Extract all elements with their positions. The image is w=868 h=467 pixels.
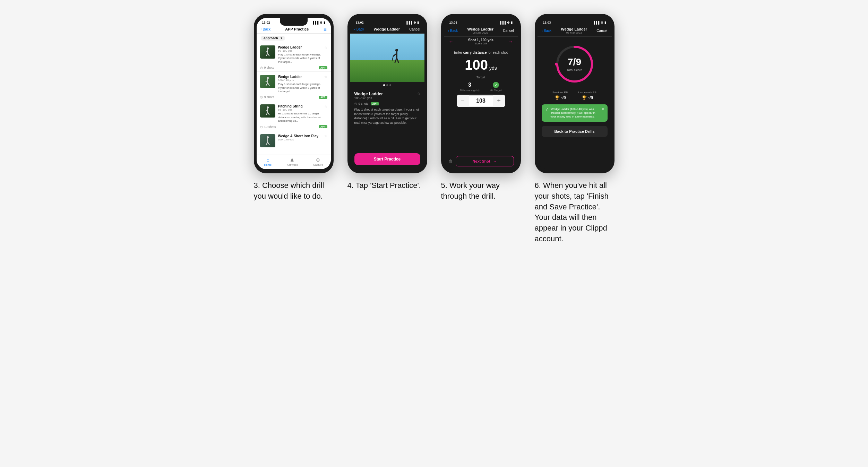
back-to-drills-button[interactable]: Back to Practice Drills — [542, 126, 608, 137]
target-sub: Target — [476, 76, 485, 79]
target-unit: yds — [489, 65, 497, 71]
dot-3 — [389, 84, 391, 86]
previous-pb: Previous PB 🏆 -/9 — [552, 91, 568, 100]
star-icon-3[interactable]: ☆ — [324, 104, 327, 108]
nav-action-2[interactable]: Cancel — [409, 27, 420, 31]
drill-list-1: Wedge Ladder 50–100 yds Play 1 shot at e… — [257, 43, 331, 155]
app-badge-5: APP — [371, 102, 379, 105]
back-button-2[interactable]: ‹ Back — [354, 27, 364, 31]
increment-button[interactable]: + — [493, 95, 505, 107]
caption-3: 5. Work your way through the drill. — [441, 180, 517, 202]
star-icon-4[interactable]: ☆ — [324, 134, 327, 138]
phone-frame-2: 13:02 ▐▐▐ ⊕ ▮ ‹ Back Wedge Ladder Cancel — [347, 14, 427, 173]
back-button-3[interactable]: ‹ Back — [448, 29, 458, 33]
difference-label: Difference (yds) — [460, 89, 479, 92]
nav-subtitle-3: 06 Mar 2023 — [467, 31, 493, 34]
clock-icon-3: ◷ — [260, 125, 263, 129]
drill-card-desc: Play 1 shot at each target yardage. If y… — [354, 107, 420, 125]
dot-2 — [386, 84, 388, 86]
drill-info-3: Pitching String 55–100 yds Hit 1 shot at… — [278, 104, 321, 123]
image-dots — [350, 82, 424, 88]
svg-line-8 — [268, 83, 269, 86]
capture-label: Capture — [313, 163, 323, 166]
svg-point-0 — [267, 47, 269, 50]
nav-title-3: Wedge Ladder — [467, 27, 493, 31]
battery-icon: ▮ — [324, 21, 325, 24]
caption-4: 6. When you've hit all your shots, tap '… — [535, 180, 615, 244]
nav-action-4[interactable]: Cancel — [596, 29, 607, 33]
nav-home[interactable]: ⌂ Home — [264, 157, 272, 166]
home-icon: ⌂ — [266, 157, 269, 163]
nav-action-1[interactable]: ☰ — [324, 27, 327, 31]
pb-row: Previous PB 🏆 -/9 Last month PB 🏆 -/9 — [552, 91, 596, 100]
home-label: Home — [264, 163, 272, 166]
decrement-button[interactable]: − — [457, 95, 469, 107]
time-1: 13:02 — [262, 21, 270, 24]
shot-bottom: 🗑 Next Shot → — [444, 153, 518, 169]
drill-item-1[interactable]: Wedge Ladder 50–100 yds Play 1 shot at e… — [257, 43, 331, 72]
battery-icon-3: ▮ — [511, 21, 513, 24]
nav-title-group-4: Wedge Ladder 06 Mar 2023 — [561, 27, 587, 34]
star-icon-2[interactable]: ☆ — [324, 75, 327, 79]
carry-section: Enter carry distance for each shot 100 y… — [444, 46, 518, 153]
back-button-4[interactable]: ‹ Back — [542, 29, 552, 33]
ground-bg — [350, 60, 424, 82]
wifi-icon-2: ⊕ — [413, 21, 416, 24]
back-button-1[interactable]: ‹ Back — [261, 27, 271, 31]
back-chevron-2: ‹ — [354, 27, 355, 31]
back-chevron-4: ‹ — [542, 29, 543, 33]
activities-icon: ♟ — [290, 157, 294, 163]
next-shot-nav-btn[interactable]: → — [508, 39, 513, 44]
nav-action-3[interactable]: Cancel — [503, 29, 514, 33]
drill-item-3[interactable]: Pitching String 55–100 yds Hit 1 shot at… — [257, 102, 331, 131]
drill-item-4[interactable]: Wedge & Short Iron Play 100–140 yds ☆ — [257, 131, 331, 149]
battery-icon-2: ▮ — [417, 21, 419, 24]
hit-target-stat: ✓ Hit Target — [490, 82, 502, 92]
battery-icon-4: ▮ — [604, 21, 606, 24]
back-label-3: Back — [450, 29, 458, 33]
clock-icon-5: ◷ — [354, 102, 357, 105]
star-icon-1[interactable]: ☆ — [324, 45, 327, 49]
svg-point-10 — [267, 106, 269, 109]
nav-title-4: Wedge Ladder — [561, 27, 587, 31]
nav-bar-3: ‹ Back Wedge Ladder 06 Mar 2023 Cancel — [444, 26, 518, 37]
nav-bar-1: ‹ Back APP Practice ☰ — [257, 26, 331, 34]
start-practice-button[interactable]: Start Practice — [354, 153, 420, 165]
dot-1 — [383, 84, 385, 86]
drill-desc-3: Hit 1 shot at each of the 10 target dist… — [278, 112, 321, 123]
back-label-1: Back — [263, 27, 270, 31]
drill-info-1: Wedge Ladder 50–100 yds Play 1 shot at e… — [278, 45, 321, 64]
nav-activities[interactable]: ♟ Activities — [287, 157, 298, 166]
difference-value: 3 — [468, 82, 471, 88]
back-label-4: Back — [544, 29, 551, 33]
nav-capture[interactable]: ⊕ Capture — [313, 157, 323, 166]
stats-row: 3 Difference (yds) ✓ Hit Target — [460, 82, 501, 92]
sky-bg — [350, 34, 424, 63]
svg-line-24 — [397, 58, 398, 62]
svg-line-13 — [268, 112, 269, 115]
golfer-icon — [392, 49, 402, 68]
toast-close-button[interactable]: ✕ — [601, 107, 604, 111]
clock-icon-2: ◷ — [260, 95, 263, 99]
drill-item-2[interactable]: Wedge Ladder 100–140 yds Play 1 shot at … — [257, 72, 331, 101]
signal-icon-2: ▐▐▐ — [405, 21, 412, 24]
status-icons-4: ▐▐▐ ⊕ ▮ — [593, 21, 606, 24]
star-icon-5[interactable]: ☆ — [417, 92, 420, 95]
score-screen: 7/9 Total Score Previous PB 🏆 -/9 — [538, 37, 612, 169]
prev-pb-label: Previous PB — [552, 91, 568, 94]
trash-icon[interactable]: 🗑 — [448, 158, 453, 164]
drill-desc-2: Play 1 shot at each target yardage. If y… — [278, 83, 321, 93]
approach-tag: Approach 7 — [261, 36, 285, 41]
drill-card-name: Wedge Ladder — [354, 92, 383, 96]
phone-frame-3: 13:03 ▐▐▐ ⊕ ▮ ‹ Back Wedge Ladder — [441, 14, 521, 173]
phone-screen-3: 13:03 ▐▐▐ ⊕ ▮ ‹ Back Wedge Ladder — [444, 18, 518, 169]
app-badge-3: APP — [319, 125, 327, 128]
screen-content-1: Approach 7 — [257, 34, 331, 155]
stepper-value[interactable]: 103 — [469, 95, 493, 106]
signal-icon-4: ▐▐▐ — [593, 21, 599, 24]
hit-target-label: Hit Target — [490, 89, 502, 92]
prev-shot-btn[interactable]: ← — [449, 39, 454, 44]
wifi-icon-3: ⊕ — [507, 21, 510, 24]
next-shot-button[interactable]: Next Shot → — [456, 156, 514, 166]
phone-notch-2 — [373, 17, 401, 26]
